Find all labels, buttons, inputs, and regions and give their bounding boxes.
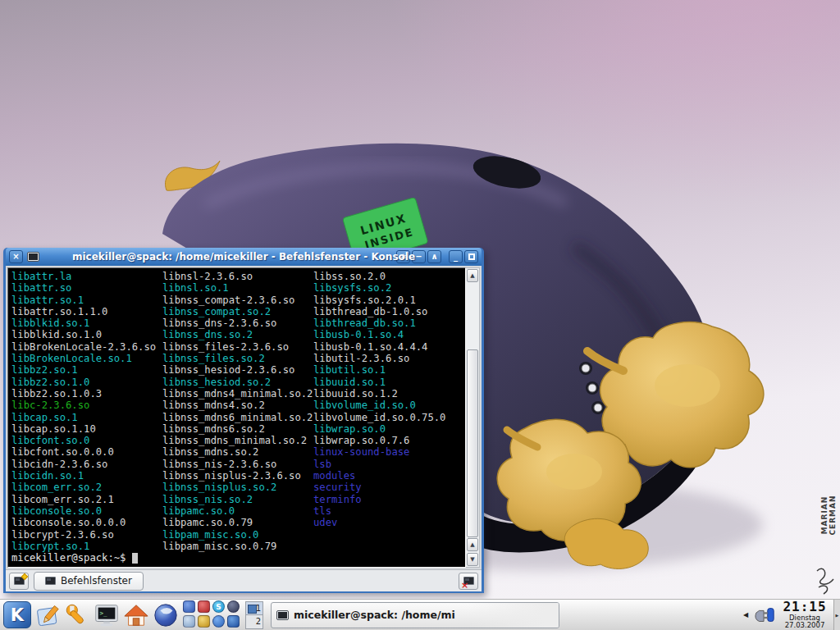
skype-icon[interactable]: S [212, 600, 225, 613]
file-entry: libattr.so.1.1.0 [11, 306, 162, 317]
file-entry: libcfont.so.0.0.0 [11, 446, 162, 458]
task-label-fade [468, 603, 559, 628]
pager-desktop-2[interactable]: 2 [246, 614, 262, 628]
task-monitor-icon [276, 610, 289, 620]
globe-icon [153, 602, 179, 628]
artist-signature: MARIAN CERMAN [820, 478, 837, 552]
file-entry: libuuid.so.1.2 [313, 388, 464, 399]
file-entry: security [313, 482, 464, 493]
file-entry: libnss_mdns6_minimal.so.2 [162, 412, 313, 423]
maximize-button[interactable] [464, 250, 478, 263]
file-entry: libcfont.so.0 [11, 435, 162, 446]
file-entry: linux-sound-base [313, 446, 464, 458]
file-entry: tls [313, 505, 464, 517]
close-button[interactable]: × [9, 250, 23, 263]
file-entry: libwrap.so.0.7.6 [313, 435, 464, 446]
file-entry: libpamc.so.0.79 [162, 517, 313, 528]
kpowersave-tray-icon[interactable] [753, 605, 776, 626]
file-entry: libblkid.so.1 [11, 317, 162, 329]
file-entry: libbz2.so.1.0.3 [11, 388, 162, 399]
minimize-button[interactable]: _ [449, 250, 463, 263]
file-entry: libnss_dns.so.2 [162, 329, 313, 340]
file-entry: libattr.so.1 [11, 294, 162, 306]
kopete-icon[interactable] [183, 600, 195, 613]
svg-text:>_: >_ [99, 609, 107, 617]
session-tabbar: Befehlsfenster × [6, 569, 482, 591]
home-launcher[interactable] [122, 601, 149, 628]
taskbar: K >_ [0, 599, 840, 630]
file-entry: libcap.so.1 [11, 412, 162, 423]
new-session-button[interactable] [9, 573, 29, 590]
scrollbar-track[interactable] [467, 283, 478, 537]
panel-hide-button[interactable]: ▶ [833, 600, 840, 630]
taskbar-entry-konsole[interactable]: micekiller@spack: /home/mi [271, 602, 559, 628]
keep-above-button[interactable]: ∧ [427, 250, 441, 263]
file-entry: libnss_mdns4_minimal.so.2 [162, 388, 313, 399]
scroll-up-button[interactable]: ▲ [467, 269, 478, 282]
file-entry: libss.so.2.0 [313, 271, 464, 282]
close-session-x-icon: × [461, 581, 468, 590]
file-entry: libutil.so.1 [313, 364, 464, 376]
file-entry: libattr.la [11, 271, 162, 282]
file-entry: libnss_dns-2.3.6.so [162, 317, 313, 329]
file-entry: libconsole.so.0.0.0 [11, 517, 162, 528]
pager-desktop-1[interactable]: 1 [246, 602, 262, 615]
terminal-column-1: libattr.lalibattr.solibattr.so.1libattr.… [11, 271, 162, 567]
file-entry: libattr.so [11, 282, 162, 294]
file-entry: libpamc.so.0 [162, 505, 313, 517]
scroll-up-button-bottom[interactable]: ▲ [467, 538, 478, 551]
konsole-launcher[interactable]: >_ [93, 601, 120, 628]
file-entry: modules [313, 470, 464, 482]
file-entry: libcrypt.so.1 [11, 541, 162, 552]
kwrite-icon [35, 603, 60, 628]
file-entry: libcidn.so.1 [11, 470, 162, 482]
file-entry: libnss_nisplus.so.2 [162, 482, 313, 493]
file-entry: libnss_mdns.so.2 [162, 446, 313, 458]
chat-group-icon[interactable] [183, 615, 195, 628]
window-titlebar[interactable]: × micekiller@spack: /home/micekiller - B… [6, 248, 482, 266]
yellow-pencil-icon[interactable] [198, 615, 210, 628]
close-session-button[interactable]: × [459, 573, 478, 590]
splat-highlight-1 [655, 364, 720, 407]
k-arrow-icon[interactable] [227, 615, 240, 628]
power-plug-icon [753, 605, 776, 626]
file-entry: libnss_nisplus-2.3.6.so [162, 470, 313, 482]
kwrite-launcher[interactable] [34, 601, 61, 628]
tray-expand-arrow[interactable]: ◀ [741, 611, 751, 619]
task-label: micekiller@spack: /home/mi [294, 609, 455, 621]
gear-button[interactable]: ∗ [396, 250, 410, 263]
file-entry: libnsl.so.1 [162, 282, 313, 294]
red-pencil-icon[interactable] [198, 600, 210, 613]
kmenu-button[interactable]: K [3, 601, 31, 628]
file-entry: libnsl-2.3.6.so [162, 271, 313, 282]
dark-globe-icon[interactable] [227, 600, 240, 613]
terminal-column-3: libss.so.2.0libsysfs.so.2libsysfs.so.2.0… [313, 271, 464, 567]
settings-launcher[interactable] [63, 601, 90, 628]
file-entry: libnss_files-2.3.6.so [162, 341, 313, 353]
file-entry: libbz2.so.1 [11, 364, 162, 376]
konsole-app-icon [27, 252, 39, 262]
window-frame: libattr.lalibattr.solibattr.so.1libattr.… [6, 266, 482, 569]
blue-face-icon[interactable] [212, 615, 225, 628]
terminal-column-2: libnsl-2.3.6.solibnsl.so.1libnss_compat-… [162, 271, 313, 567]
file-entry: libnss_mdns_minimal.so.2 [162, 435, 313, 446]
file-entry: libcap.so.1.10 [11, 423, 162, 435]
scroll-down-button[interactable]: ▼ [467, 553, 478, 566]
tab-label: Befehlsfenster [61, 575, 132, 587]
file-entry: terminfo [313, 494, 464, 505]
shade-button[interactable]: − [412, 250, 426, 263]
file-entry: libconsole.so.0 [11, 505, 162, 517]
scrollbar-thumb[interactable] [467, 349, 478, 537]
home-icon [123, 602, 149, 628]
tab-befehlsfenster[interactable]: Befehlsfenster [34, 572, 144, 591]
taskbar-clock[interactable]: 21:15 Dienstag 27.03.2007 [778, 600, 831, 629]
terminal-output[interactable]: libattr.lalibattr.solibattr.so.1libattr.… [7, 267, 466, 568]
terminal-scrollbar[interactable]: ▲ ▲ ▼ [466, 267, 480, 568]
konqueror-launcher[interactable] [152, 601, 179, 628]
konsole-icon: >_ [94, 602, 120, 628]
file-entry: libBrokenLocale-2.3.6.so [11, 341, 162, 353]
clock-time: 21:15 [783, 600, 826, 614]
file-entry: lsb [313, 459, 464, 470]
file-entry: libnss_nis-2.3.6.so [162, 459, 313, 470]
file-entry: libsysfs.so.2 [313, 282, 464, 294]
